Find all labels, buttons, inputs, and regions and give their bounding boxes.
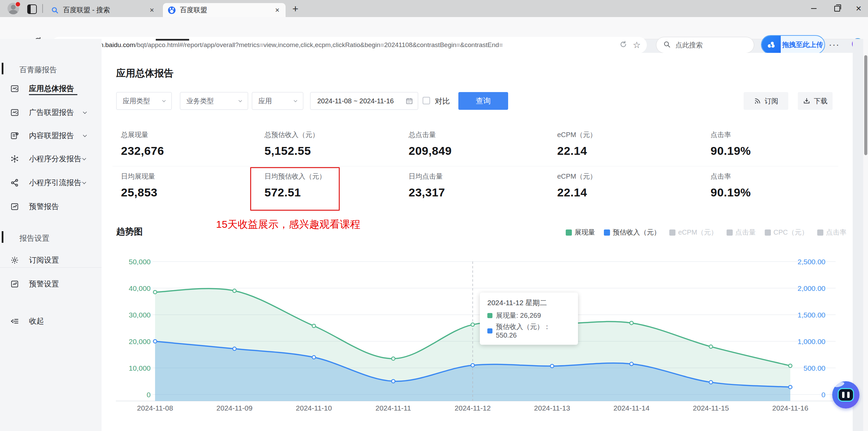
stat-card: 总展现量232,676 bbox=[121, 130, 250, 158]
stat-card: 总预估收入（元）5,152.55 bbox=[264, 130, 394, 158]
download-button[interactable]: 下载 bbox=[798, 92, 833, 110]
window-minimize-button[interactable] bbox=[803, 0, 825, 17]
svg-text:1,000.00: 1,000.00 bbox=[797, 338, 825, 345]
tooltip-row: 展现量: 26,269 bbox=[487, 311, 570, 320]
browser-titlebar: 百度联盟 - 搜索 × 百度联盟 × + × bbox=[0, 0, 868, 17]
trend-chart[interactable]: 50,00040,00030,00020,00010,00002,500.002… bbox=[112, 253, 842, 417]
svg-text:2024-11-11: 2024-11-11 bbox=[376, 404, 411, 412]
legend-item[interactable]: 展现量 bbox=[566, 228, 595, 237]
svg-text:2,500.00: 2,500.00 bbox=[797, 258, 825, 266]
scrollbar-thumb[interactable] bbox=[864, 55, 867, 155]
browser-window: 百度联盟 - 搜索 × 百度联盟 × + × ← https://union.b… bbox=[0, 0, 868, 431]
browser-tab-search[interactable]: 百度联盟 - 搜索 × bbox=[46, 3, 160, 17]
tab-title: 百度联盟 bbox=[180, 5, 270, 15]
sidebar-item-ad-union-report[interactable]: 广告联盟报告 bbox=[0, 106, 102, 119]
section-marker bbox=[2, 63, 3, 74]
legend-item[interactable]: CPC（元） bbox=[765, 228, 808, 237]
url-text: https://union.baidu.com/bqt/appco.html#/… bbox=[68, 41, 614, 49]
section-marker bbox=[2, 231, 3, 243]
query-button[interactable]: 查询 bbox=[458, 92, 508, 110]
chevron-down-icon bbox=[161, 98, 167, 104]
trend-chart-svg: 50,00040,00030,00020,00010,00002,500.002… bbox=[112, 253, 842, 417]
page-title: 应用总体报告 bbox=[116, 67, 173, 80]
favorite-star-icon[interactable]: ☆ bbox=[633, 40, 641, 50]
subscribe-button[interactable]: 订阅 bbox=[744, 92, 788, 110]
netdisk-icon bbox=[762, 36, 781, 54]
tooltip-row: 预估收入（元）：550.26 bbox=[487, 322, 570, 339]
sidebar-collapse-button[interactable]: 收起 bbox=[0, 314, 102, 328]
browser-tab-union[interactable]: 百度联盟 × bbox=[163, 3, 286, 17]
search-favicon bbox=[51, 6, 59, 14]
collapse-icon bbox=[10, 317, 19, 326]
tab-title: 百度联盟 - 搜索 bbox=[63, 5, 144, 15]
chevron-down-icon bbox=[293, 98, 298, 104]
legend-item[interactable]: 点击率 bbox=[817, 228, 847, 237]
tab-close-icon[interactable]: × bbox=[148, 6, 155, 15]
app-type-dropdown[interactable]: 应用类型 bbox=[116, 92, 172, 110]
recorder-pause-widget[interactable] bbox=[832, 381, 859, 408]
sidebar-item-content-union-report[interactable]: 内容联盟报告 bbox=[0, 129, 102, 143]
date-range-value: 2024-11-08 ~ 2024-11-16 bbox=[317, 97, 394, 105]
legend-item[interactable]: 点击量 bbox=[727, 228, 756, 237]
window-close-button[interactable]: × bbox=[849, 0, 868, 17]
sidebar-item-overall-report[interactable]: 应用总体报告 bbox=[0, 82, 102, 95]
svg-text:2024-11-10: 2024-11-10 bbox=[296, 404, 332, 412]
legend-swatch bbox=[765, 229, 771, 236]
sidebar-item-mini-program-traffic-report[interactable]: 小程序引流报告 bbox=[0, 176, 102, 190]
svg-text:2024-11-12: 2024-11-12 bbox=[455, 404, 491, 412]
highlight-red-box bbox=[250, 167, 340, 211]
quick-search-box[interactable]: 点此搜索 bbox=[656, 37, 754, 53]
app-dropdown[interactable]: 应用 bbox=[252, 92, 303, 110]
download-icon bbox=[803, 97, 810, 105]
url-bar[interactable]: https://union.baidu.com/bqt/appco.html#/… bbox=[51, 37, 647, 53]
notification-dot bbox=[15, 1, 21, 7]
svg-text:1,500.00: 1,500.00 bbox=[797, 311, 825, 319]
tab-close-icon[interactable]: × bbox=[274, 6, 281, 15]
chevron-down-icon bbox=[82, 133, 88, 139]
new-tab-button[interactable]: + bbox=[292, 5, 299, 13]
pause-icon bbox=[838, 388, 854, 402]
report-icon bbox=[10, 84, 19, 93]
legend-item[interactable]: 预估收入（元） bbox=[604, 228, 660, 237]
svg-text:40,000: 40,000 bbox=[129, 284, 151, 292]
netdisk-upload-button[interactable]: 拖拽至此上传 bbox=[761, 35, 825, 54]
svg-text:50,000: 50,000 bbox=[129, 258, 151, 266]
sidebar-item-alert-report[interactable]: 预警报告 bbox=[0, 200, 102, 213]
alert-icon bbox=[10, 202, 19, 211]
business-type-dropdown[interactable]: 业务类型 bbox=[180, 92, 248, 110]
stat-card: eCPM（元）22.14 bbox=[557, 130, 687, 158]
page-right-gutter bbox=[853, 39, 863, 431]
sidebar-item-subscribe-settings[interactable]: 订阅设置 bbox=[0, 253, 102, 267]
rss-icon bbox=[754, 97, 761, 105]
distribute-icon bbox=[10, 154, 19, 163]
gear-icon bbox=[10, 256, 19, 265]
sidebar-section-title: 百青藤报告 bbox=[19, 65, 57, 75]
tab-search-icon[interactable] bbox=[27, 4, 37, 14]
svg-text:2024-11-08: 2024-11-08 bbox=[137, 404, 173, 412]
page-top-bar bbox=[156, 39, 189, 41]
legend-swatch bbox=[727, 229, 733, 236]
sidebar-item-alert-settings[interactable]: 预警设置 bbox=[0, 277, 102, 291]
chevron-down-icon bbox=[238, 98, 243, 104]
sidebar-item-mini-program-distribute-report[interactable]: 小程序分发报告 bbox=[0, 152, 102, 166]
window-restore-button[interactable] bbox=[826, 0, 848, 17]
svg-text:0: 0 bbox=[821, 391, 825, 399]
active-underline bbox=[29, 94, 77, 95]
sync-icon[interactable] bbox=[619, 40, 627, 50]
search-icon bbox=[663, 41, 671, 50]
browser-toolbar: ← https://union.baidu.com/bqt/appco.html… bbox=[0, 17, 868, 39]
svg-text:2,000.00: 2,000.00 bbox=[797, 284, 825, 292]
legend-item[interactable]: eCPM（元） bbox=[669, 228, 718, 237]
svg-text:2024-11-14: 2024-11-14 bbox=[613, 404, 650, 412]
upload-label: 拖拽至此上传 bbox=[781, 40, 824, 49]
chart-legend: 展现量预估收入（元）eCPM（元）点击量CPC（元）点击率 bbox=[566, 228, 839, 237]
browser-menu-icon[interactable]: ··· bbox=[829, 40, 840, 50]
baidu-paw-favicon bbox=[168, 6, 176, 14]
svg-text:2024-11-09: 2024-11-09 bbox=[216, 404, 253, 412]
stats-divider bbox=[112, 166, 838, 166]
sidebar bbox=[0, 39, 102, 431]
compare-checkbox[interactable] bbox=[423, 97, 430, 104]
svg-text:10,000: 10,000 bbox=[129, 364, 151, 372]
stat-card: 日均点击量23,317 bbox=[409, 172, 538, 199]
date-range-picker[interactable]: 2024-11-08 ~ 2024-11-16 bbox=[310, 92, 418, 110]
